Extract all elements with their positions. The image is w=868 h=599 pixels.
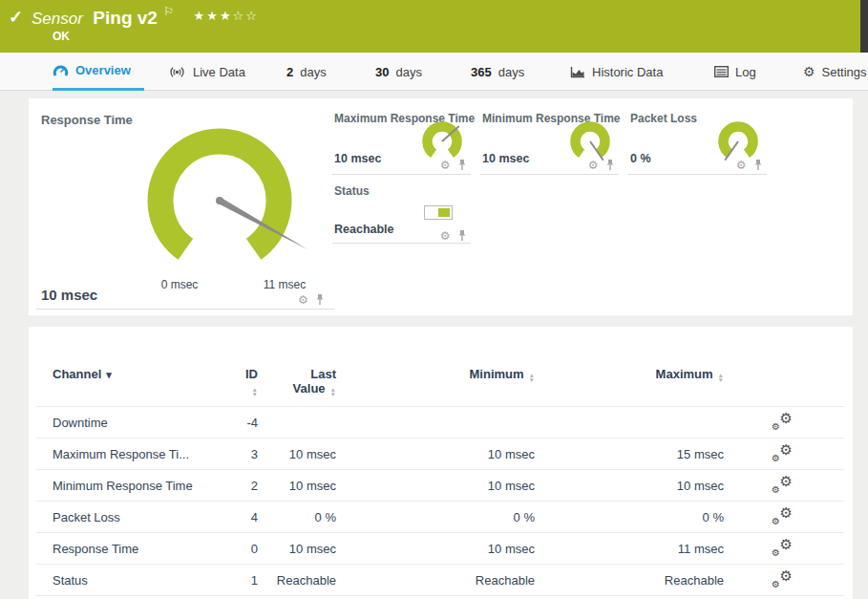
column-header-channel-label: Channel [53, 367, 101, 381]
response-time-value: 10 msec [41, 287, 97, 303]
tab-30-days-number: 30 [375, 65, 389, 79]
column-header-id-label: ID [245, 367, 258, 381]
sensor-name: Ping v2 [93, 8, 158, 28]
sort-icon: ▲▼ [330, 387, 336, 396]
log-list-icon [714, 66, 729, 77]
table-row-status: Status 1 Reachable Reachable Reachable ⚙… [36, 565, 844, 596]
table-row-response-time: Response Time 0 10 msec 10 msec 11 msec … [36, 533, 844, 565]
channel-id: 1 [239, 565, 269, 596]
gauge-scale-min-label: 0 msec [151, 278, 208, 291]
channel-settings-gears-icon[interactable]: ⚙⚙ [772, 507, 793, 524]
table-header-row: Channel▾ ID▲▼ Last Value▲▼ Minimum▲▼ Max… [36, 361, 844, 407]
packet-loss-value: 0 % [630, 152, 651, 165]
response-time-gauge [124, 110, 327, 291]
channel-settings-gears-icon[interactable]: ⚙⚙ [772, 539, 793, 555]
sensor-page: ✓ Sensor Ping v2 ⚐ ★★★☆☆ OK Overview Liv… [0, 0, 868, 599]
channel-name[interactable]: Downtime [36, 407, 239, 439]
sort-caret-icon: ▾ [106, 369, 112, 380]
tab-30-days[interactable]: 30 days [375, 53, 422, 91]
packet-loss-actions: ⚙ [736, 156, 763, 173]
pin-icon[interactable] [457, 229, 467, 242]
tab-historic-data-label: Historic Data [592, 65, 663, 79]
response-time-panel-actions: ⚙ [298, 290, 325, 308]
pin-icon[interactable] [753, 159, 763, 171]
channel-name[interactable]: Minimum Response Time [36, 470, 239, 502]
object-kind-label: Sensor [32, 10, 83, 28]
channel-settings-gear-icon[interactable]: ⚙ [440, 159, 451, 172]
channel-minimum: 10 msec [359, 439, 558, 470]
historic-chart-icon [570, 66, 585, 78]
channel-name[interactable]: Status [36, 565, 239, 596]
panel-divider [36, 309, 334, 310]
max-response-time-value: 10 msec [334, 152, 381, 165]
channel-id: 4 [239, 502, 269, 533]
packet-loss-panel: Packet Loss 0 % ⚙ [628, 108, 767, 175]
max-response-time-panel: Maximum Response Time 10 msec ⚙ [332, 108, 471, 175]
table-row-packet-loss: Packet Loss 4 0 % 0 % 0 % ⚙⚙ [36, 502, 844, 533]
tab-settings[interactable]: ⚙ Settings [803, 53, 867, 91]
channel-maximum: Reachable [558, 565, 747, 596]
min-response-time-value: 10 msec [482, 152, 529, 165]
channel-id: 3 [239, 439, 269, 470]
channel-maximum: 10 msec [558, 470, 747, 502]
channel-settings-gear-icon[interactable]: ⚙ [298, 293, 308, 307]
sensor-title-line: Sensor Ping v2 ⚐ ★★★☆☆ [32, 5, 259, 29]
channel-settings-gear-icon[interactable]: ⚙ [588, 159, 599, 172]
favorite-flag-icon[interactable]: ⚐ [163, 5, 174, 18]
channel-table: Channel▾ ID▲▼ Last Value▲▼ Minimum▲▼ Max… [36, 361, 844, 596]
channel-settings-gear-icon[interactable]: ⚙ [440, 229, 451, 243]
channel-last-value: Reachable [269, 565, 359, 596]
column-header-minimum[interactable]: Minimum▲▼ [359, 361, 558, 407]
channel-name[interactable]: Packet Loss [36, 502, 239, 533]
tab-overview[interactable]: Overview [53, 53, 144, 91]
channel-settings-gears-icon[interactable]: ⚙⚙ [772, 570, 793, 587]
channel-last-value: 10 msec [269, 533, 359, 565]
sensor-status-text: OK [53, 30, 70, 43]
tab-live-data[interactable]: Live Data [168, 53, 245, 91]
min-response-time-panel: Minimum Response Time 10 msec ⚙ [480, 108, 619, 175]
table-row-maximum-response-time: Maximum Response Ti... 3 10 msec 10 msec… [36, 439, 844, 470]
channel-settings-gears-icon[interactable]: ⚙⚙ [772, 476, 793, 492]
priority-stars[interactable]: ★★★☆☆ [194, 9, 259, 23]
pin-icon[interactable] [315, 293, 325, 306]
channel-name[interactable]: Response Time [36, 533, 239, 565]
tab-historic-data[interactable]: Historic Data [570, 53, 663, 91]
pin-icon[interactable] [457, 159, 467, 171]
tab-2-days-number: 2 [286, 65, 293, 79]
channel-name[interactable]: Maximum Response Ti... [36, 439, 239, 470]
status-actions: ⚙ [440, 226, 467, 244]
settings-gear-icon: ⚙ [803, 64, 815, 79]
status-panel: Status Reachable ⚙ [332, 181, 471, 244]
tab-overview-label: Overview [75, 63, 131, 77]
channel-id: 0 [239, 533, 269, 565]
channel-minimum: 10 msec [359, 533, 558, 565]
tab-log[interactable]: Log [714, 53, 756, 91]
tab-2-days-label: days [300, 65, 326, 79]
tab-365-days-label: days [498, 65, 524, 79]
pin-icon[interactable] [605, 159, 615, 171]
max-response-time-actions: ⚙ [440, 156, 467, 173]
gauge-icon [53, 64, 69, 77]
channel-minimum [359, 407, 558, 439]
column-header-last-value[interactable]: Last Value▲▼ [269, 361, 359, 407]
response-time-panel-title: Response Time [41, 113, 133, 127]
tab-2-days[interactable]: 2 days [286, 53, 327, 91]
channel-maximum: 15 msec [558, 439, 747, 470]
sort-icon: ▲▼ [529, 373, 535, 382]
column-header-maximum[interactable]: Maximum▲▼ [558, 361, 747, 407]
tab-log-label: Log [735, 65, 756, 79]
channel-last-value: 10 msec [269, 470, 359, 502]
channel-settings-gear-icon[interactable]: ⚙ [736, 159, 747, 172]
sort-icon: ▲▼ [718, 373, 724, 382]
header-edge-strip [860, 0, 868, 53]
channel-minimum: 0 % [359, 502, 558, 533]
tab-365-days[interactable]: 365 days [471, 53, 524, 91]
channel-settings-gears-icon[interactable]: ⚙⚙ [772, 413, 793, 429]
status-value: Reachable [334, 223, 394, 236]
column-header-value-label: Value [293, 381, 326, 396]
channel-settings-gears-icon[interactable]: ⚙⚙ [772, 444, 793, 460]
column-header-channel[interactable]: Channel▾ [36, 361, 239, 407]
table-row-downtime: Downtime -4 ⚙⚙ [36, 407, 844, 439]
column-header-id[interactable]: ID▲▼ [239, 361, 269, 407]
packet-loss-title: Packet Loss [630, 112, 697, 125]
